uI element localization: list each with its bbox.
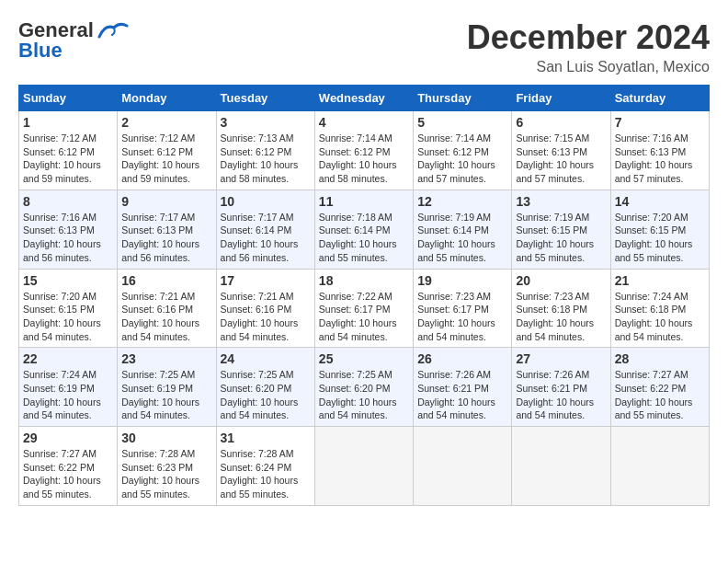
calendar-day-cell: 17Sunrise: 7:21 AM Sunset: 6:16 PM Dayli…	[216, 269, 314, 348]
day-info: Sunrise: 7:25 AM Sunset: 6:19 PM Dayligh…	[121, 368, 211, 422]
day-number: 29	[23, 431, 113, 445]
calendar-day-cell: 16Sunrise: 7:21 AM Sunset: 6:16 PM Dayli…	[118, 269, 216, 348]
day-number: 21	[615, 273, 705, 288]
calendar-day-cell	[512, 427, 610, 506]
calendar-day-cell: 5Sunrise: 7:14 AM Sunset: 6:12 PM Daylig…	[414, 111, 512, 190]
calendar-week-row: 8Sunrise: 7:16 AM Sunset: 6:13 PM Daylig…	[19, 190, 710, 269]
logo-bird-icon	[96, 20, 129, 40]
day-number: 7	[615, 115, 705, 130]
day-number: 26	[417, 351, 507, 366]
weekday-header-tuesday: Tuesday	[216, 86, 314, 111]
calendar-day-cell: 13Sunrise: 7:19 AM Sunset: 6:15 PM Dayli…	[512, 190, 610, 269]
day-number: 11	[319, 194, 409, 209]
calendar-day-cell: 7Sunrise: 7:16 AM Sunset: 6:13 PM Daylig…	[610, 111, 709, 190]
weekday-header-sunday: Sunday	[19, 86, 118, 111]
weekday-header-saturday: Saturday	[610, 86, 709, 111]
calendar-day-cell	[414, 427, 512, 506]
calendar-day-cell: 4Sunrise: 7:14 AM Sunset: 6:12 PM Daylig…	[314, 111, 413, 190]
day-number: 16	[121, 273, 211, 288]
calendar-day-cell: 20Sunrise: 7:23 AM Sunset: 6:18 PM Dayli…	[512, 269, 610, 348]
calendar-day-cell: 14Sunrise: 7:20 AM Sunset: 6:15 PM Dayli…	[610, 190, 709, 269]
day-info: Sunrise: 7:17 AM Sunset: 6:13 PM Dayligh…	[121, 211, 211, 265]
calendar-day-cell: 10Sunrise: 7:17 AM Sunset: 6:14 PM Dayli…	[216, 190, 314, 269]
day-number: 23	[121, 351, 211, 366]
calendar-day-cell: 3Sunrise: 7:13 AM Sunset: 6:12 PM Daylig…	[216, 111, 314, 190]
day-info: Sunrise: 7:14 AM Sunset: 6:12 PM Dayligh…	[417, 132, 507, 186]
day-number: 31	[221, 431, 311, 445]
day-number: 8	[23, 194, 113, 209]
calendar-day-cell	[610, 427, 709, 506]
day-info: Sunrise: 7:25 AM Sunset: 6:20 PM Dayligh…	[221, 368, 311, 422]
calendar-day-cell	[314, 427, 413, 506]
calendar-day-cell: 27Sunrise: 7:26 AM Sunset: 6:21 PM Dayli…	[512, 348, 610, 427]
calendar-week-row: 22Sunrise: 7:24 AM Sunset: 6:19 PM Dayli…	[19, 348, 710, 427]
calendar-day-cell: 21Sunrise: 7:24 AM Sunset: 6:18 PM Dayli…	[610, 269, 709, 348]
day-number: 15	[23, 273, 113, 288]
day-info: Sunrise: 7:14 AM Sunset: 6:12 PM Dayligh…	[319, 132, 409, 186]
weekday-header-row: SundayMondayTuesdayWednesdayThursdayFrid…	[19, 86, 710, 111]
day-number: 25	[319, 351, 409, 366]
day-number: 1	[23, 115, 113, 130]
day-info: Sunrise: 7:19 AM Sunset: 6:14 PM Dayligh…	[417, 211, 507, 265]
day-info: Sunrise: 7:25 AM Sunset: 6:20 PM Dayligh…	[319, 368, 409, 422]
day-info: Sunrise: 7:26 AM Sunset: 6:21 PM Dayligh…	[516, 368, 606, 422]
logo-blue: Blue	[18, 39, 63, 63]
weekday-header-wednesday: Wednesday	[314, 86, 413, 111]
weekday-header-friday: Friday	[512, 86, 610, 111]
day-number: 27	[516, 351, 606, 366]
day-info: Sunrise: 7:21 AM Sunset: 6:16 PM Dayligh…	[221, 290, 311, 344]
location-title: San Luis Soyatlan, Mexico	[467, 59, 710, 75]
day-number: 10	[221, 194, 311, 209]
day-number: 19	[417, 273, 507, 288]
day-info: Sunrise: 7:20 AM Sunset: 6:15 PM Dayligh…	[615, 211, 705, 265]
day-info: Sunrise: 7:13 AM Sunset: 6:12 PM Dayligh…	[221, 132, 311, 186]
day-number: 18	[319, 273, 409, 288]
day-number: 24	[221, 351, 311, 366]
calendar-day-cell: 19Sunrise: 7:23 AM Sunset: 6:17 PM Dayli…	[414, 269, 512, 348]
calendar-day-cell: 22Sunrise: 7:24 AM Sunset: 6:19 PM Dayli…	[19, 348, 118, 427]
day-info: Sunrise: 7:24 AM Sunset: 6:18 PM Dayligh…	[615, 290, 705, 344]
calendar-day-cell: 2Sunrise: 7:12 AM Sunset: 6:12 PM Daylig…	[118, 111, 216, 190]
calendar-day-cell: 24Sunrise: 7:25 AM Sunset: 6:20 PM Dayli…	[216, 348, 314, 427]
day-info: Sunrise: 7:28 AM Sunset: 6:23 PM Dayligh…	[121, 447, 211, 501]
day-number: 5	[417, 115, 507, 130]
weekday-header-thursday: Thursday	[414, 86, 512, 111]
day-info: Sunrise: 7:23 AM Sunset: 6:17 PM Dayligh…	[417, 290, 507, 344]
day-info: Sunrise: 7:21 AM Sunset: 6:16 PM Dayligh…	[121, 290, 211, 344]
day-info: Sunrise: 7:27 AM Sunset: 6:22 PM Dayligh…	[23, 447, 113, 501]
day-info: Sunrise: 7:20 AM Sunset: 6:15 PM Dayligh…	[23, 290, 113, 344]
calendar-day-cell: 28Sunrise: 7:27 AM Sunset: 6:22 PM Dayli…	[610, 348, 709, 427]
calendar-day-cell: 31Sunrise: 7:28 AM Sunset: 6:24 PM Dayli…	[216, 427, 314, 506]
calendar-day-cell: 8Sunrise: 7:16 AM Sunset: 6:13 PM Daylig…	[19, 190, 118, 269]
calendar-day-cell: 18Sunrise: 7:22 AM Sunset: 6:17 PM Dayli…	[314, 269, 413, 348]
day-number: 6	[516, 115, 606, 130]
day-number: 13	[516, 194, 606, 209]
day-number: 2	[121, 115, 211, 130]
day-number: 17	[221, 273, 311, 288]
day-number: 14	[615, 194, 705, 209]
weekday-header-monday: Monday	[118, 86, 216, 111]
month-title: December 2024	[467, 18, 710, 57]
day-info: Sunrise: 7:24 AM Sunset: 6:19 PM Dayligh…	[23, 368, 113, 422]
calendar-day-cell: 1Sunrise: 7:12 AM Sunset: 6:12 PM Daylig…	[19, 111, 118, 190]
day-info: Sunrise: 7:12 AM Sunset: 6:12 PM Dayligh…	[121, 132, 211, 186]
calendar-day-cell: 30Sunrise: 7:28 AM Sunset: 6:23 PM Dayli…	[118, 427, 216, 506]
calendar-day-cell: 11Sunrise: 7:18 AM Sunset: 6:14 PM Dayli…	[314, 190, 413, 269]
calendar-day-cell: 29Sunrise: 7:27 AM Sunset: 6:22 PM Dayli…	[19, 427, 118, 506]
logo: General Blue	[18, 18, 129, 63]
calendar-table: SundayMondayTuesdayWednesdayThursdayFrid…	[18, 85, 710, 506]
day-info: Sunrise: 7:23 AM Sunset: 6:18 PM Dayligh…	[516, 290, 606, 344]
calendar-day-cell: 12Sunrise: 7:19 AM Sunset: 6:14 PM Dayli…	[414, 190, 512, 269]
calendar-week-row: 1Sunrise: 7:12 AM Sunset: 6:12 PM Daylig…	[19, 111, 710, 190]
day-info: Sunrise: 7:26 AM Sunset: 6:21 PM Dayligh…	[417, 368, 507, 422]
day-number: 28	[615, 351, 705, 366]
day-info: Sunrise: 7:22 AM Sunset: 6:17 PM Dayligh…	[319, 290, 409, 344]
calendar-week-row: 15Sunrise: 7:20 AM Sunset: 6:15 PM Dayli…	[19, 269, 710, 348]
calendar-day-cell: 26Sunrise: 7:26 AM Sunset: 6:21 PM Dayli…	[414, 348, 512, 427]
calendar-day-cell: 6Sunrise: 7:15 AM Sunset: 6:13 PM Daylig…	[512, 111, 610, 190]
calendar-day-cell: 23Sunrise: 7:25 AM Sunset: 6:19 PM Dayli…	[118, 348, 216, 427]
day-number: 30	[121, 431, 211, 445]
day-number: 9	[121, 194, 211, 209]
day-info: Sunrise: 7:16 AM Sunset: 6:13 PM Dayligh…	[23, 211, 113, 265]
calendar-day-cell: 25Sunrise: 7:25 AM Sunset: 6:20 PM Dayli…	[314, 348, 413, 427]
